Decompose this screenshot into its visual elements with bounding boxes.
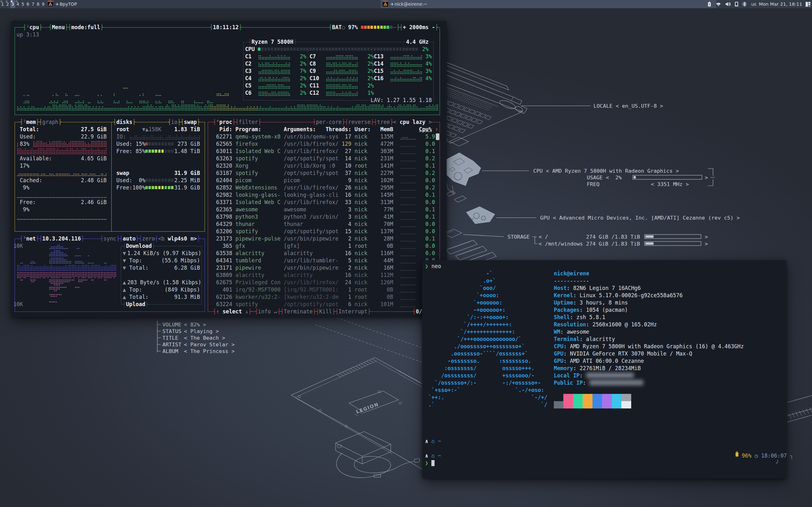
proc-row-pid[interactable]: 23171 xyxy=(216,264,232,272)
net-sync-button[interactable]: sync xyxy=(103,235,116,242)
volume-icon[interactable] xyxy=(725,1,731,7)
battery-charging-icon[interactable] xyxy=(707,1,712,7)
proc-row-mem[interactable]: 313M xyxy=(380,199,393,206)
proc-select-control[interactable]: ↑ select ↓ xyxy=(216,308,248,315)
proc-row-cpu[interactable]: 0.0 xyxy=(425,140,435,148)
proc-header-pid[interactable]: Pid: xyxy=(219,126,233,133)
proc-row-cpu[interactable]: 0.0 xyxy=(425,177,435,184)
proc-row-user[interactable]: nick xyxy=(355,257,368,264)
proc-row-args[interactable]: /usr/lib/Xorg :0 xyxy=(284,162,335,170)
proc-row-program[interactable]: looking-glass- xyxy=(235,191,281,199)
workspace-tag-8[interactable]: 8 xyxy=(36,0,41,8)
proc-row-pid[interactable]: 62675 xyxy=(216,279,232,286)
proc-row-program[interactable]: alacritty xyxy=(235,250,264,257)
proc-row-mem[interactable]: 303M xyxy=(380,148,393,155)
proc-row-mem[interactable]: 227M xyxy=(380,170,393,177)
proc-row-user[interactable]: nick xyxy=(355,235,368,242)
proc-row-threads[interactable]: 3 xyxy=(348,213,351,221)
proc-row-pid[interactable]: 62565 xyxy=(216,140,232,148)
proc-row-mem[interactable]: 44M xyxy=(384,257,393,264)
proc-row-cpu[interactable]: 0.2 xyxy=(425,184,435,191)
proc-row-program[interactable]: spotify xyxy=(235,155,258,162)
proc-row-mem[interactable]: 126M xyxy=(380,279,393,286)
proc-row-program[interactable]: Xorg xyxy=(235,162,248,170)
proc-row-cpu[interactable]: 5.9 xyxy=(425,133,435,140)
proc-header-user[interactable]: User: xyxy=(355,126,371,133)
disks-title[interactable]: disks xyxy=(116,118,133,126)
proc-select-down[interactable]: ↓ xyxy=(245,308,248,315)
proc-row-cpu[interactable]: 0.1 xyxy=(425,191,435,199)
proc-row-pid[interactable]: 63011 xyxy=(216,148,232,155)
proc-row-program[interactable]: picom xyxy=(235,177,252,184)
keyboard-layout-indicator[interactable]: us xyxy=(751,2,756,7)
proc-row-pid[interactable]: 62271 xyxy=(216,133,232,140)
proc-row-args[interactable]: awesome xyxy=(284,206,306,213)
proc-header-cpu[interactable]: Cpu% xyxy=(419,126,432,133)
proc-row-user[interactable]: nick xyxy=(355,264,368,272)
proc-row-mem[interactable]: 0B xyxy=(387,242,393,250)
proc-row-args[interactable]: picom xyxy=(284,177,300,184)
proc-row-pid[interactable]: 63538 xyxy=(216,250,232,257)
proc-row-mem[interactable]: 16M xyxy=(384,264,393,272)
proc-row-cpu[interactable]: 0.1 xyxy=(425,148,435,155)
proc-row-args[interactable]: [irq/92-MSFT0001: xyxy=(284,286,339,293)
proc-percore-button[interactable]: per-core xyxy=(316,118,342,126)
workspace-tag-5[interactable]: 5 xyxy=(20,0,26,8)
proc-row-threads[interactable]: 2 xyxy=(348,264,351,272)
proc-row-args[interactable]: /usr/lib/firefox/ xyxy=(284,140,339,148)
proc-row-user[interactable]: nick xyxy=(355,250,368,257)
proc-row-threads[interactable]: 16 xyxy=(345,250,351,257)
proc-row-threads[interactable]: 37 xyxy=(345,170,351,177)
proc-row-threads[interactable]: 6 xyxy=(348,301,351,308)
proc-row-args[interactable]: /usr/bin/pipewire xyxy=(284,235,339,242)
proc-row-program[interactable]: spotify xyxy=(235,170,258,177)
proc-row-mem[interactable]: 102M xyxy=(380,177,393,184)
proc-reverse-button[interactable]: reverse xyxy=(348,118,371,126)
proc-sort-prev-button[interactable]: < xyxy=(393,119,397,125)
proc-scrollbar-thumb[interactable] xyxy=(436,133,439,140)
proc-row-args[interactable]: /opt/spotify/spot xyxy=(284,170,339,177)
proc-row-cpu[interactable]: 0.1 xyxy=(425,162,435,170)
proc-row-cpu[interactable]: 0.0 xyxy=(425,221,435,228)
proc-row-program[interactable]: pipewire xyxy=(235,264,261,272)
proc-row-user[interactable]: root xyxy=(355,286,368,293)
proc-row-program[interactable]: qemu-system-x8 xyxy=(235,133,281,140)
proc-select-button[interactable]: select xyxy=(223,308,242,315)
proc-row-user[interactable]: nick xyxy=(355,170,368,177)
mem-graph-button[interactable]: graph xyxy=(42,118,58,126)
proc-row-args[interactable]: /usr/bin/pipewire xyxy=(284,264,339,272)
net-auto-button[interactable]: auto xyxy=(123,235,136,242)
proc-select-up[interactable]: ↑ xyxy=(216,308,219,315)
proc-sort-next-button[interactable]: > xyxy=(428,119,432,125)
proc-row-args[interactable]: [gfx] xyxy=(284,242,300,250)
proc-row-mem[interactable]: 137M xyxy=(380,228,393,235)
disks-swap-button[interactable]: swap xyxy=(184,118,197,126)
proc-row-pid[interactable]: 365 xyxy=(223,242,232,250)
proc-row-mem[interactable]: 112M xyxy=(380,272,393,279)
mem-box-title[interactable]: ²mem xyxy=(23,118,36,126)
proc-row-threads[interactable]: 1 xyxy=(348,293,351,301)
proc-row-cpu[interactable]: 0.1 xyxy=(425,235,435,242)
taskbar-item-1[interactable]: ✈BpyTOP xyxy=(46,0,380,8)
layout-indicator-icon[interactable] xyxy=(805,2,811,7)
interval-plus-button[interactable]: + xyxy=(403,24,406,31)
proc-row-mem[interactable]: 77M xyxy=(384,206,393,213)
proc-row-threads[interactable]: 24 xyxy=(345,279,351,286)
proc-row-program[interactable]: alacritty xyxy=(235,272,264,279)
proc-row-program[interactable]: irq/92-MSFT000 xyxy=(235,286,281,293)
proc-tree-button[interactable]: tree xyxy=(377,118,390,126)
proc-row-threads[interactable]: 1 xyxy=(348,286,351,293)
proc-row-user[interactable]: nick xyxy=(355,133,368,140)
proc-row-user[interactable]: nick xyxy=(355,148,368,155)
proc-row-threads[interactable]: 14 xyxy=(345,155,351,162)
clock-widget[interactable]: Mon Mar 21, 18:11 xyxy=(759,2,802,7)
proc-terminate-button[interactable]: Terminate xyxy=(284,308,313,315)
workspace-tag-4[interactable]: 4 xyxy=(15,0,20,8)
bpytop-terminal-window[interactable]: ┤¹cpu├┤Menu├┤mode:full├┤18:11:12├┤BAT○ 9… xyxy=(11,21,447,317)
proc-row-threads[interactable]: 2 xyxy=(348,235,351,242)
proc-row-args[interactable]: /usr/lib/firefox/ xyxy=(284,199,339,206)
proc-row-pid[interactable]: 63263 xyxy=(216,155,232,162)
proc-row-threads[interactable]: 15 xyxy=(345,228,351,235)
proc-row-args[interactable]: /opt/spotify/spot xyxy=(284,155,339,162)
proc-row-args[interactable]: alacritty xyxy=(284,250,313,257)
